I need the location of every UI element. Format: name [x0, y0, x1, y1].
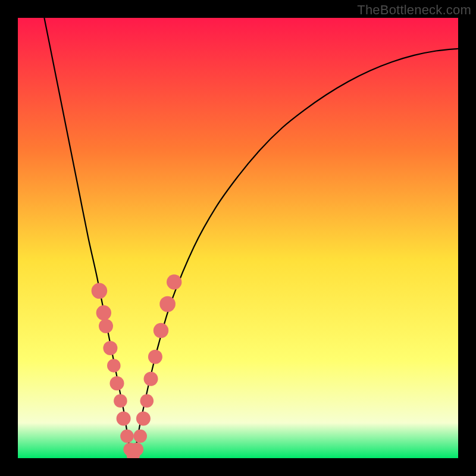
data-marker — [107, 359, 121, 372]
data-marker — [103, 341, 117, 355]
bottleneck-curve — [44, 18, 458, 456]
data-marker — [92, 283, 108, 299]
data-marker — [117, 411, 131, 425]
chart-frame: TheBottleneck.com — [0, 0, 476, 476]
data-marker — [140, 394, 154, 408]
data-marker — [114, 394, 127, 408]
data-markers — [92, 274, 182, 458]
watermark-text: TheBottleneck.com — [357, 2, 471, 18]
data-marker — [167, 274, 181, 289]
curve-layer — [18, 18, 458, 458]
data-marker — [130, 443, 144, 456]
data-marker — [96, 305, 111, 320]
data-marker — [154, 323, 168, 338]
data-marker — [136, 411, 151, 425]
data-marker — [99, 319, 113, 333]
data-marker — [148, 350, 162, 364]
data-marker — [144, 372, 158, 386]
data-marker — [159, 296, 176, 312]
plot-area — [18, 18, 458, 458]
data-marker — [120, 430, 134, 443]
data-marker — [110, 376, 124, 390]
data-marker — [133, 430, 147, 443]
